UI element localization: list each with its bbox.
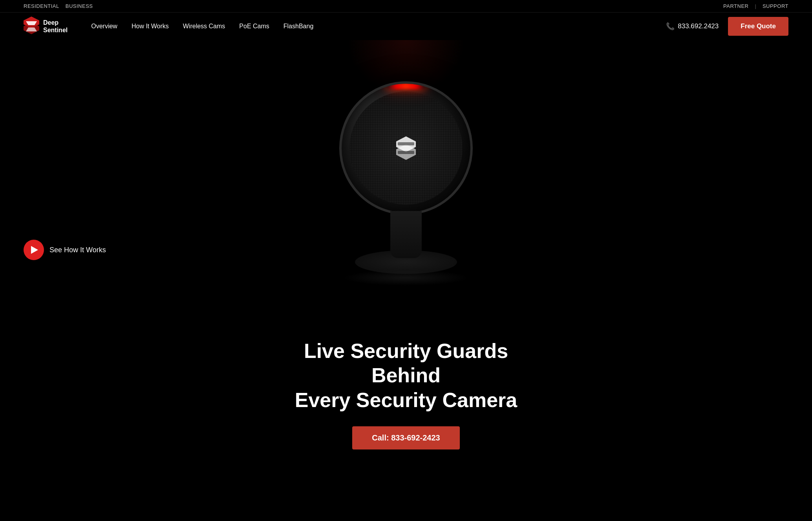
camera-shadow (343, 270, 469, 286)
phone-number: 833.692.2423 (678, 22, 719, 30)
utility-divider: | (755, 3, 756, 9)
nav-links: Overview How It Works Wireless Cams PoE … (91, 23, 666, 30)
nav-how-it-works[interactable]: How It Works (132, 23, 169, 30)
cta-call-button[interactable]: Call: 833-692-2423 (352, 426, 459, 449)
nav-right: 📞 833.692.2423 Free Quote (666, 17, 788, 36)
svg-rect-7 (398, 151, 414, 154)
cta-heading-line2: Every Security Camera (295, 389, 518, 411)
camera-logo-icon (392, 134, 420, 162)
camera-stand (390, 211, 422, 258)
logo-link[interactable]: Deep Sentinel (24, 17, 68, 36)
see-how-label: See How It Works (49, 246, 106, 254)
nav-flashbang[interactable]: FlashBang (283, 23, 314, 30)
camera-top-light (386, 83, 426, 89)
utility-bar: RESIDENTIAL BUSINESS PARTNER | SUPPORT (0, 0, 812, 12)
hero-section: See How It Works (0, 40, 812, 315)
svg-rect-6 (398, 142, 414, 145)
residential-link[interactable]: RESIDENTIAL (24, 3, 59, 9)
cta-heading-line1: Live Security Guards Behind (304, 339, 508, 387)
nav-overview[interactable]: Overview (91, 23, 117, 30)
play-icon (31, 246, 38, 254)
business-link[interactable]: BUSINESS (66, 3, 93, 9)
support-link[interactable]: SUPPORT (763, 3, 788, 9)
nav-poe-cams[interactable]: PoE Cams (239, 23, 269, 30)
main-navbar: Deep Sentinel Overview How It Works Wire… (0, 12, 812, 40)
see-how-button[interactable]: See How It Works (24, 240, 106, 260)
cta-section: Live Security Guards Behind Every Securi… (0, 315, 812, 481)
free-quote-button[interactable]: Free Quote (728, 17, 788, 36)
camera-device (331, 81, 481, 286)
logo-text: Deep Sentinel (43, 19, 68, 34)
cta-heading: Live Security Guards Behind Every Securi… (269, 339, 543, 412)
play-circle (24, 240, 44, 260)
nav-wireless-cams[interactable]: Wireless Cams (183, 23, 225, 30)
partner-link[interactable]: PARTNER (723, 3, 748, 9)
camera-body (339, 81, 473, 215)
phone-icon: 📞 (666, 22, 675, 31)
phone-area: 📞 833.692.2423 (666, 22, 719, 31)
logo-icon (24, 17, 39, 36)
